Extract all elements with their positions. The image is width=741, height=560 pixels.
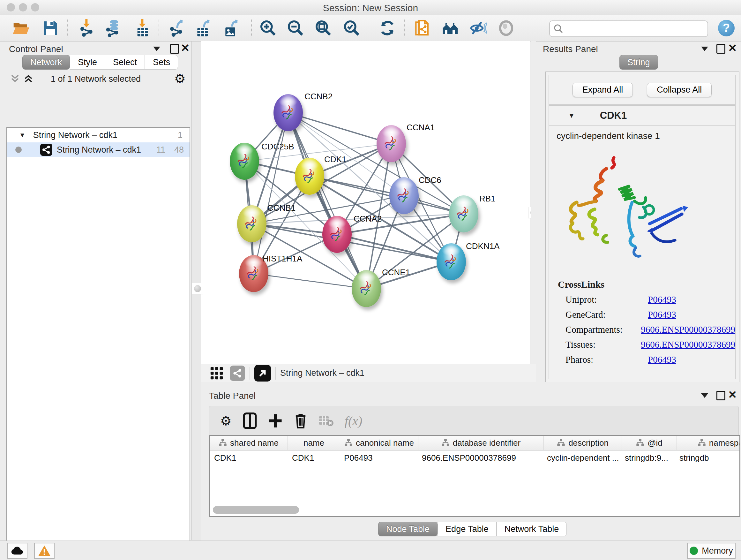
results-panel-float-icon[interactable] xyxy=(717,44,725,54)
crosslink-row: Pharos: P06493 xyxy=(565,354,735,365)
zoom-selected-icon[interactable] xyxy=(343,19,360,37)
zoom-out-icon[interactable] xyxy=(286,19,305,37)
network-row[interactable]: String Network – cdk1 11 48 xyxy=(7,142,190,157)
function-builder-icon[interactable]: f(x) xyxy=(345,414,362,428)
network-node-CDC6[interactable] xyxy=(389,177,419,214)
results-panel-menu-icon[interactable] xyxy=(701,47,708,51)
table-panel-float-icon[interactable] xyxy=(717,391,725,400)
table-panel-close-icon[interactable]: ✕ xyxy=(728,390,737,399)
tab-select[interactable]: Select xyxy=(105,55,145,70)
table-cell: stringdb xyxy=(675,450,740,465)
import-table-file-icon[interactable] xyxy=(134,19,151,37)
gene-collapse-icon[interactable]: ▼ xyxy=(568,111,575,120)
network-node-CCNB2[interactable] xyxy=(273,94,303,131)
column-header-canonical-name[interactable]: canonical name xyxy=(340,436,418,450)
crosslink-link[interactable]: P06493 xyxy=(648,309,676,320)
tab-style[interactable]: Style xyxy=(70,55,105,70)
network-node-CCNE1[interactable] xyxy=(352,270,381,307)
crosslink-link[interactable]: P06493 xyxy=(648,294,676,305)
tab-network[interactable]: Network xyxy=(22,55,70,70)
control-panel-float-icon[interactable] xyxy=(170,44,179,54)
export-image-icon[interactable] xyxy=(222,19,240,37)
column-header-description[interactable]: description xyxy=(544,436,622,450)
tab-edge-table[interactable]: Edge Table xyxy=(437,522,496,537)
collapse-all-button[interactable]: Collapse All xyxy=(647,83,712,97)
network-node-CDC25B[interactable] xyxy=(230,143,259,180)
network-collection-row[interactable]: ▼ String Network – cdk1 1 xyxy=(7,128,190,142)
import-network-file-icon[interactable] xyxy=(78,19,96,37)
network-node-CCNA2[interactable] xyxy=(322,216,352,253)
column-header-database-identifier[interactable]: database identifier xyxy=(418,436,544,450)
network-node-CDKN1A[interactable] xyxy=(436,243,466,280)
column-visibility-icon[interactable] xyxy=(243,413,257,429)
export-table-icon[interactable] xyxy=(194,19,212,37)
network-node-CCNB1[interactable] xyxy=(237,205,266,242)
warning-status-button[interactable] xyxy=(34,543,55,559)
network-selection-status: 1 of 1 Network selected xyxy=(42,74,150,84)
show-hidden-icon[interactable] xyxy=(497,19,515,37)
table-horizontal-scrollbar[interactable] xyxy=(213,506,299,514)
zoom-fit-icon[interactable] xyxy=(314,19,332,37)
table-row[interactable]: CDK1CDK1P064939606.ENSP00000378699cyclin… xyxy=(210,450,739,465)
crosslink-label: Compartments: xyxy=(565,324,641,335)
network-node-CDK1[interactable] xyxy=(295,158,324,195)
tab-node-table[interactable]: Node Table xyxy=(378,522,437,537)
left-splitter-handle[interactable] xyxy=(192,283,203,294)
node-label: CCNB1 xyxy=(267,203,295,213)
gene-header-row[interactable]: ▼ CDK1 xyxy=(549,106,735,126)
warning-icon xyxy=(38,545,51,556)
results-panel-close-icon[interactable]: ✕ xyxy=(728,44,737,52)
network-node-CCNA1[interactable] xyxy=(377,125,406,162)
memory-button[interactable]: Memory xyxy=(687,543,736,559)
network-canvas[interactable]: CCNB2 CCNA1 CDC25B CDK1 CDC6 RB1 CCNB1 C… xyxy=(201,41,530,364)
collection-expand-icon[interactable]: ▼ xyxy=(19,132,25,139)
column-header-shared-name[interactable]: shared name xyxy=(210,436,288,450)
hide-selected-icon[interactable] xyxy=(469,19,487,37)
table-options-gear-icon[interactable]: ⚙ xyxy=(220,415,232,427)
cloud-status-button[interactable] xyxy=(7,543,27,559)
expand-collapse-bar: Expand All Collapse All xyxy=(549,75,736,105)
network-view-type-icon[interactable] xyxy=(230,366,245,381)
expand-all-icon[interactable] xyxy=(23,73,34,84)
import-network-database-icon[interactable] xyxy=(105,19,122,37)
column-header--id[interactable]: @id xyxy=(622,436,677,450)
search-input[interactable] xyxy=(567,23,708,34)
results-panel: Results Panel ✕ String Expand All Collap… xyxy=(536,42,741,382)
table-header-row: shared namename canonical name database … xyxy=(210,436,739,450)
apply-preferred-layout-icon[interactable] xyxy=(379,19,396,37)
tab-network-table[interactable]: Network Table xyxy=(496,522,567,537)
search-box[interactable] xyxy=(549,20,708,37)
column-header-namespace[interactable]: namespace xyxy=(677,436,740,450)
open-session-icon[interactable] xyxy=(12,19,30,37)
node-gloss xyxy=(442,245,461,256)
network-edge[interactable] xyxy=(254,273,366,289)
detach-view-icon[interactable] xyxy=(254,365,271,381)
save-session-icon[interactable] xyxy=(42,19,59,37)
collapse-all-icon[interactable] xyxy=(10,73,20,84)
delete-column-icon[interactable] xyxy=(293,413,308,429)
add-column-icon[interactable] xyxy=(268,413,283,429)
control-panel-menu-icon[interactable] xyxy=(153,47,160,51)
tab-sets[interactable]: Sets xyxy=(145,55,178,70)
grid-mode-icon[interactable] xyxy=(209,366,224,381)
column-header-name[interactable]: name xyxy=(288,436,340,450)
crosslink-link[interactable]: P06493 xyxy=(648,354,676,365)
network-options-gear-icon[interactable]: ⚙ xyxy=(174,72,186,85)
first-neighbors-icon[interactable] xyxy=(441,19,459,37)
expand-all-button[interactable]: Expand All xyxy=(572,83,633,97)
share-document-icon[interactable] xyxy=(413,19,431,37)
crosslinks-heading: CrossLinks xyxy=(558,279,735,290)
control-panel-close-icon[interactable]: ✕ xyxy=(181,44,190,52)
crosslink-link[interactable]: 9606.ENSP00000378699 xyxy=(641,339,735,350)
network-node-RB1[interactable] xyxy=(449,195,478,233)
network-edge[interactable] xyxy=(288,113,391,144)
table-cell: stringdb:9... xyxy=(620,450,675,465)
tab-string[interactable]: String xyxy=(619,55,658,70)
export-network-icon[interactable] xyxy=(167,19,185,37)
table-panel-menu-icon[interactable] xyxy=(701,393,708,398)
help-button[interactable]: ? xyxy=(718,20,735,37)
crosslink-link[interactable]: 9606.ENSP00000378699 xyxy=(641,324,735,335)
delete-table-icon[interactable] xyxy=(319,414,334,428)
network-edge[interactable] xyxy=(254,113,288,273)
zoom-in-icon[interactable] xyxy=(259,19,277,37)
